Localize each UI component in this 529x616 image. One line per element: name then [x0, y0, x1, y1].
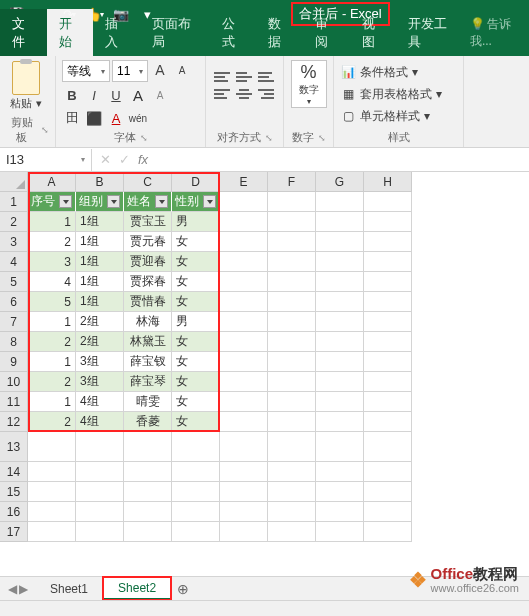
cell[interactable]: [316, 272, 364, 292]
cell[interactable]: [316, 482, 364, 502]
col-header-B[interactable]: B: [76, 172, 124, 192]
sheet-tab-1[interactable]: Sheet1: [36, 579, 103, 599]
cell[interactable]: [220, 252, 268, 272]
cell[interactable]: [364, 252, 412, 272]
cell[interactable]: 男: [172, 312, 220, 332]
cell[interactable]: [316, 432, 364, 462]
cell[interactable]: [268, 462, 316, 482]
cell[interactable]: 贾宝玉: [124, 212, 172, 232]
cell[interactable]: 1组: [76, 252, 124, 272]
cell[interactable]: [220, 522, 268, 542]
cell[interactable]: [364, 332, 412, 352]
cell[interactable]: [268, 312, 316, 332]
row-header-16[interactable]: 16: [0, 502, 28, 522]
cell[interactable]: [268, 392, 316, 412]
cell[interactable]: [268, 412, 316, 432]
cell[interactable]: 2组: [76, 312, 124, 332]
cell[interactable]: [268, 332, 316, 352]
cell[interactable]: 1: [28, 392, 76, 412]
cell[interactable]: [364, 502, 412, 522]
cell[interactable]: 女: [172, 392, 220, 412]
cell[interactable]: [220, 192, 268, 212]
cell[interactable]: 晴雯: [124, 392, 172, 412]
cell[interactable]: [220, 212, 268, 232]
row-header-6[interactable]: 6: [0, 292, 28, 312]
tab-review[interactable]: 审阅: [303, 9, 350, 56]
cell[interactable]: 薛宝钗: [124, 352, 172, 372]
cell[interactable]: [316, 352, 364, 372]
row-header-1[interactable]: 1: [0, 192, 28, 212]
table-header[interactable]: 序号: [28, 192, 76, 212]
cell[interactable]: [268, 272, 316, 292]
underline-button[interactable]: U: [106, 85, 126, 105]
cell[interactable]: [364, 292, 412, 312]
table-header[interactable]: 姓名: [124, 192, 172, 212]
tab-developer[interactable]: 开发工具: [396, 9, 465, 56]
cell[interactable]: 1组: [76, 272, 124, 292]
cell[interactable]: 女: [172, 332, 220, 352]
clipboard-launcher[interactable]: ⤡: [41, 125, 49, 135]
tab-file[interactable]: 文件: [0, 9, 47, 56]
cell[interactable]: [268, 502, 316, 522]
cell[interactable]: [364, 192, 412, 212]
cell[interactable]: [364, 412, 412, 432]
cell[interactable]: [124, 522, 172, 542]
cell[interactable]: [364, 212, 412, 232]
table-format-button[interactable]: ▦套用表格格式 ▾: [340, 84, 450, 104]
row-header-14[interactable]: 14: [0, 462, 28, 482]
cell[interactable]: [76, 482, 124, 502]
cell[interactable]: 贾迎春: [124, 252, 172, 272]
cell[interactable]: [316, 312, 364, 332]
cell[interactable]: [316, 462, 364, 482]
cell[interactable]: 薛宝琴: [124, 372, 172, 392]
sheet-next-icon[interactable]: ▶: [19, 582, 28, 596]
add-sheet-button[interactable]: ⊕: [171, 581, 195, 597]
cell[interactable]: 1组: [76, 232, 124, 252]
shrink-font-2[interactable]: A: [150, 85, 170, 105]
cell[interactable]: [220, 332, 268, 352]
cell[interactable]: 4: [28, 272, 76, 292]
cell[interactable]: [220, 352, 268, 372]
grow-font-2[interactable]: A: [128, 85, 148, 105]
cell[interactable]: [28, 522, 76, 542]
cell[interactable]: [76, 502, 124, 522]
cell[interactable]: [220, 292, 268, 312]
cell[interactable]: 2: [28, 372, 76, 392]
col-header-C[interactable]: C: [124, 172, 172, 192]
fx-button[interactable]: fx: [138, 152, 148, 167]
conditional-format-button[interactable]: 📊条件格式 ▾: [340, 62, 450, 82]
font-color-button[interactable]: A: [106, 108, 126, 128]
cell[interactable]: [220, 432, 268, 462]
cell[interactable]: [220, 502, 268, 522]
cell[interactable]: 1组: [76, 292, 124, 312]
cell[interactable]: 女: [172, 252, 220, 272]
cell[interactable]: [76, 432, 124, 462]
cell[interactable]: [220, 232, 268, 252]
align-launcher[interactable]: ⤡: [265, 133, 273, 143]
align-center-button[interactable]: [236, 89, 252, 103]
cell[interactable]: [364, 352, 412, 372]
cell[interactable]: [364, 462, 412, 482]
cell[interactable]: [220, 272, 268, 292]
cell[interactable]: 3组: [76, 352, 124, 372]
cell[interactable]: [364, 432, 412, 462]
cell[interactable]: [220, 372, 268, 392]
cell[interactable]: 女: [172, 412, 220, 432]
cell[interactable]: [220, 462, 268, 482]
cell[interactable]: [124, 462, 172, 482]
tab-insert[interactable]: 插入: [93, 9, 140, 56]
cell[interactable]: [268, 352, 316, 372]
cell[interactable]: 3组: [76, 372, 124, 392]
col-header-F[interactable]: F: [268, 172, 316, 192]
cell[interactable]: [364, 522, 412, 542]
cell[interactable]: [316, 232, 364, 252]
cell[interactable]: [76, 462, 124, 482]
cell[interactable]: 女: [172, 272, 220, 292]
cell[interactable]: [172, 482, 220, 502]
tab-layout[interactable]: 页面布局: [140, 9, 209, 56]
cell[interactable]: 女: [172, 292, 220, 312]
cell[interactable]: 女: [172, 372, 220, 392]
cell[interactable]: 1: [28, 352, 76, 372]
formula-input[interactable]: [156, 149, 529, 171]
row-header-11[interactable]: 11: [0, 392, 28, 412]
